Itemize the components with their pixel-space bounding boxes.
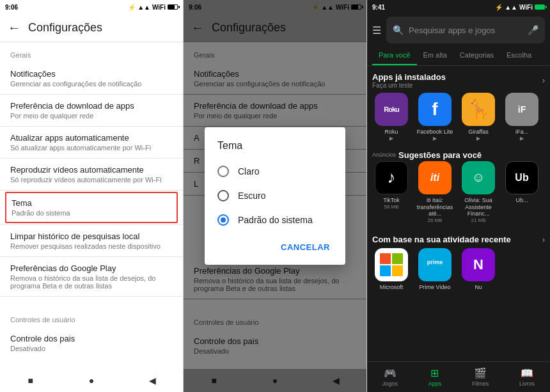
app-name-giraffas: Giraffas <box>468 129 488 136</box>
tab-para-voce[interactable]: Para você <box>372 46 417 65</box>
settings-item-tema-1[interactable]: Tema Padrão do sistema <box>5 192 178 223</box>
suggestions-title: Sugestões para você <box>398 150 482 160</box>
app-icon-giraffas: 🦒 <box>462 93 495 126</box>
app-size-tiktok: 58 MB <box>384 204 398 210</box>
app-card-roku[interactable]: Roku Roku ▶ <box>372 93 411 141</box>
app-name-iti: iti itaú: transferências até... <box>416 197 454 217</box>
status-icons-1: ⚡ ▲▲ WiFi <box>128 4 178 11</box>
installed-apps-row: Roku Roku ▶ f Facebook Lite ▶ 🦒 Giraffas… <box>372 93 545 146</box>
app-name-roku: Roku <box>384 129 398 136</box>
settings-item-prefs-1[interactable]: Preferências do Google Play Remova o his… <box>0 257 183 296</box>
app-card-tiktok[interactable]: ♪ TikTok 58 MB <box>372 161 411 223</box>
app-card-ms[interactable]: Microsoft <box>372 248 411 291</box>
tab-escolha[interactable]: Escolha <box>500 46 538 65</box>
app-size-olivia: 21 MB <box>471 217 485 223</box>
app-icon-ifa: iF <box>505 93 538 126</box>
app-dl-ifa: ▶ <box>520 136 524 141</box>
store-content: Apps já instalados Faça um teste › Roku … <box>367 66 550 361</box>
nav-circle-1[interactable]: ● <box>85 374 98 387</box>
nav-item-livros[interactable]: 📖 Livros <box>519 367 535 387</box>
mic-icon[interactable]: 🎤 <box>528 25 538 35</box>
settings-item-notifications-1[interactable]: Notificações Gerenciar as configurações … <box>0 63 183 94</box>
search-bar[interactable]: 🔍 Pesquisar apps e jogos 🎤 <box>386 17 545 43</box>
app-size-iti: 26 MB <box>427 217 442 223</box>
store-tabs: Para você Em alta Categorias Escolha <box>367 46 550 66</box>
top-bar-1: ← Configurações <box>0 14 183 42</box>
app-card-ifa[interactable]: iF iFa... ▶ <box>503 93 541 141</box>
nav-back-1[interactable]: ◀ <box>146 374 159 387</box>
nav-item-apps[interactable]: ⊞ Apps <box>428 367 442 387</box>
recent-title: Com base na sua atividade recente <box>372 235 511 244</box>
radio-escuro[interactable] <box>217 190 229 201</box>
modal-overlay[interactable]: Tema Claro Escuro Padrão do sistema <box>184 0 366 392</box>
app-icon-uber: Ub <box>505 161 538 194</box>
livros-label: Livros <box>519 380 535 387</box>
signal-icon-3: ▲▲ <box>505 4 517 11</box>
bottom-nav-1: ■ ● ◀ <box>0 369 183 392</box>
nav-square-1[interactable]: ■ <box>24 374 37 387</box>
app-card-fb[interactable]: f Facebook Lite ▶ <box>416 93 454 141</box>
modal-option-padrao[interactable]: Padrão do sistema <box>205 208 345 232</box>
filmes-icon: 🎬 <box>474 367 487 379</box>
app-dl-giraffas: ▶ <box>476 136 480 141</box>
cancel-button[interactable]: CANCELAR <box>273 237 338 257</box>
app-icon-ms <box>375 248 408 281</box>
status-bar-3: 9:41 ⚡ ▲▲ WiFi <box>367 0 550 14</box>
apps-icon: ⊞ <box>430 367 439 379</box>
recent-arrow[interactable]: › <box>542 235 545 244</box>
installed-apps-header: Apps já instalados Faça um teste › <box>372 66 545 93</box>
option-label-escuro: Escuro <box>238 191 266 201</box>
nav-item-jogos[interactable]: 🎮 Jogos <box>382 367 398 387</box>
app-icon-olivia: ☺ <box>462 161 495 194</box>
status-bar-1: 9:06 ⚡ ▲▲ WiFi <box>0 0 183 14</box>
page-title-1: Configurações <box>28 21 102 35</box>
app-card-prime[interactable]: prime video Prime Video <box>416 248 454 291</box>
back-button-1[interactable]: ← <box>8 20 20 35</box>
modal-option-claro[interactable]: Claro <box>205 159 345 184</box>
filmes-label: Filmes <box>472 380 489 387</box>
radio-claro[interactable] <box>217 166 229 177</box>
app-icon-tiktok: ♪ <box>375 161 408 194</box>
tab-em-alta[interactable]: Em alta <box>417 46 453 65</box>
settings-item-autoupdate-1[interactable]: Atualizar apps automaticamente Só atuali… <box>0 127 183 158</box>
panel-3: 9:41 ⚡ ▲▲ WiFi ☰ 🔍 Pesquisar apps e jogo… <box>367 0 550 392</box>
option-label-claro: Claro <box>238 166 259 176</box>
settings-item-parental-1[interactable]: Controle dos pais Desativado <box>0 327 183 359</box>
app-card-nu[interactable]: N Nu <box>459 248 498 291</box>
tab-categorias[interactable]: Categorias <box>453 46 500 65</box>
nav-item-filmes[interactable]: 🎬 Filmes <box>472 367 489 387</box>
installed-apps-arrow[interactable]: › <box>542 76 545 85</box>
search-placeholder: Pesquisar apps e jogos <box>409 26 522 35</box>
ads-row: Anúncios Sugestões para você <box>372 146 545 161</box>
recent-row: Microsoft prime video Prime Video N Nu <box>372 248 545 296</box>
installed-apps-title: Apps já instalados <box>372 72 446 82</box>
panel-2-content: 9:06 ⚡ ▲▲ WiFi ← Configurações Gerais No… <box>184 0 366 392</box>
hamburger-icon[interactable]: ☰ <box>372 24 381 36</box>
jogos-label: Jogos <box>382 380 398 387</box>
section-header-gerais-1: Gerais <box>0 42 183 63</box>
modal-option-escuro[interactable]: Escuro <box>205 184 345 208</box>
modal-actions: CANCELAR <box>205 232 345 260</box>
app-card-olivia[interactable]: ☺ Olivia: Sua Assistente Financ... 21 MB <box>459 161 498 223</box>
jogos-icon: 🎮 <box>384 367 397 379</box>
app-icon-prime: prime video <box>418 248 452 281</box>
app-card-giraffas[interactable]: 🦒 Giraffas ▶ <box>459 93 498 141</box>
app-name-tiktok: TikTok <box>383 197 400 204</box>
modal-title: Tema <box>205 140 345 159</box>
settings-item-autovideo-1[interactable]: Reproduzir vídeos automaticamente Só rep… <box>0 159 183 190</box>
settings-item-history-1[interactable]: Limpar histórico de pesquisas local Remo… <box>0 225 183 256</box>
radio-inner-padrao <box>221 217 226 223</box>
section-header-controls-1: Controles de usuário <box>0 307 183 327</box>
status-icons-3: ⚡ ▲▲ WiFi <box>495 4 545 11</box>
app-name-prime: Prime Video <box>420 284 451 291</box>
time-1: 9:06 <box>5 4 18 11</box>
radio-padrao[interactable] <box>217 214 229 226</box>
settings-item-download-1[interactable]: Preferência de download de apps Por meio… <box>0 95 183 126</box>
app-name-ifa: iFa... <box>515 129 528 136</box>
app-icon-iti: iti <box>418 161 452 194</box>
app-dl-fb: ▶ <box>433 136 437 141</box>
wifi-icon-3: WiFi <box>519 4 533 11</box>
battery-icon <box>168 4 178 10</box>
app-card-uber[interactable]: Ub Ub... <box>503 161 541 223</box>
app-card-iti[interactable]: iti iti itaú: transferências até... 26 M… <box>416 161 454 223</box>
